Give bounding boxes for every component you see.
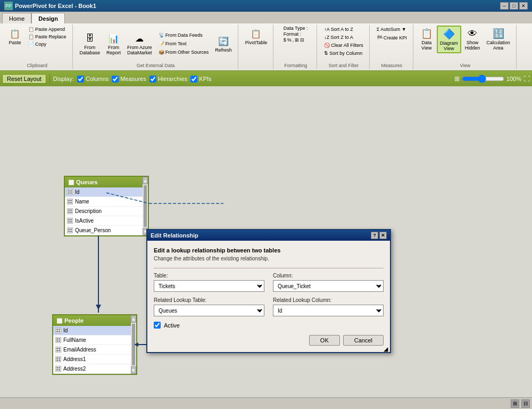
dialog-table-column-row: Table: Tickets Column: Queue_Ticket: [154, 273, 384, 292]
dialog-close-button[interactable]: ✕: [379, 232, 387, 239]
sort-z-to-a-button[interactable]: ↓Z Sort Z to A: [321, 34, 356, 41]
clear-all-filters-button[interactable]: 🚫 Clear All Filters: [321, 42, 366, 49]
clipboard-label: Clipboard: [27, 63, 48, 68]
toolbar-separator: [49, 73, 50, 84]
zoom-value: 100%: [506, 76, 521, 82]
dialog-related-column-field: Related Lookup Column: Id: [273, 297, 384, 316]
create-kpi-button[interactable]: 🏁 Create KPI: [374, 34, 410, 42]
from-text-button[interactable]: 📝 From Text: [156, 40, 212, 47]
column-select[interactable]: Queue_Ticket: [273, 280, 384, 292]
hierarchies-checkbox[interactable]: [149, 76, 156, 83]
display-label: Display:: [53, 76, 74, 82]
copy-button[interactable]: 📄Copy: [26, 40, 69, 48]
sort-column-icon: ⇅: [324, 51, 328, 56]
toolbar: Reset Layout Display: Columns Measures H…: [0, 71, 532, 86]
autosum-icon: Σ: [377, 27, 380, 32]
measures-checkbox-label[interactable]: Measures: [112, 76, 146, 83]
kpi-icon: 🏁: [377, 35, 383, 40]
columns-checkbox-label[interactable]: Columns: [77, 76, 109, 83]
zoom-slider[interactable]: [462, 75, 504, 83]
dialog-related-table-field: Related Lookup Table: Queues: [154, 297, 264, 316]
autosum-button[interactable]: Σ AutoSum ▼: [374, 26, 409, 33]
from-report-button[interactable]: 📊 FromReport: [104, 30, 123, 57]
from-database-button[interactable]: 🗄 FromDatabase: [77, 30, 103, 57]
from-data-feeds-button[interactable]: 📡 From Data Feeds: [156, 31, 212, 39]
from-azure-icon: ☁: [133, 32, 146, 45]
show-hidden-button[interactable]: 👁 ShowHidden: [462, 26, 483, 52]
paste-icon: 📋: [9, 27, 21, 40]
related-table-select-wrap: Queues: [154, 305, 264, 316]
app-window: PP PowerPivot for Excel - Book1 ─ □ ✕ Ho…: [0, 0, 532, 409]
from-database-icon: 🗄: [84, 32, 96, 45]
related-table-select[interactable]: Queues: [154, 305, 264, 316]
table-select[interactable]: Tickets: [154, 280, 264, 292]
restore-button[interactable]: □: [510, 2, 518, 10]
cancel-button[interactable]: Cancel: [343, 335, 384, 346]
active-label[interactable]: Active: [164, 322, 180, 329]
sort-asc-icon: ↑A: [324, 27, 330, 32]
ok-button[interactable]: OK: [309, 335, 340, 346]
from-other-sources-button[interactable]: 📦 From Other Sources: [156, 48, 212, 56]
ribbon: 📋 Paste 📋Paste Append 📋Paste Replace 📄Co…: [0, 23, 532, 71]
from-report-icon: 📊: [107, 32, 120, 45]
paste-button[interactable]: 📋 Paste: [5, 26, 24, 47]
paste-replace-button[interactable]: 📋Paste Replace: [26, 33, 69, 40]
ribbon-group-pivot: 📋 PivotTable: [239, 24, 274, 69]
measures-label: Measures: [381, 63, 402, 68]
dialog-subdescription: Change the attributes of the existing re…: [154, 256, 384, 261]
edit-relationship-dialog: Edit Relationship ? ✕ Edit a lookup rela…: [146, 229, 391, 353]
related-column-select[interactable]: Id: [273, 305, 384, 316]
hierarchies-label: Hierarchies: [158, 76, 188, 82]
other-sources-icon: 📦: [159, 50, 164, 55]
layout-icon[interactable]: ⊟: [521, 399, 530, 408]
diagram-view-icon: 🔷: [443, 28, 455, 40]
ribbon-group-measures: Σ AutoSum ▼ 🏁 Create KPI Measures: [371, 24, 413, 69]
reset-layout-button[interactable]: Reset Layout: [2, 74, 46, 84]
from-azure-button[interactable]: ☁ From AzureDataMarket: [124, 30, 155, 57]
refresh-button[interactable]: 🔄 Refresh: [212, 33, 235, 54]
kpis-checkbox[interactable]: [190, 76, 197, 83]
clear-filter-icon: 🚫: [324, 43, 330, 48]
tab-home[interactable]: Home: [2, 13, 31, 23]
sort-by-column-button[interactable]: ⇅ Sort by Column: [321, 50, 365, 57]
related-table-label: Related Lookup Table:: [154, 297, 264, 303]
dialog-table-field: Table: Tickets: [154, 273, 264, 292]
dialog-title-buttons: ? ✕: [371, 232, 387, 239]
data-view-icon: 📋: [420, 27, 433, 40]
view-label: View: [460, 63, 470, 68]
table-select-wrap: Tickets: [154, 280, 264, 292]
dialog-resize-handle[interactable]: ◢: [384, 346, 389, 351]
active-checkbox[interactable]: [154, 322, 161, 329]
close-button[interactable]: ✕: [519, 2, 528, 10]
column-label: Column:: [273, 273, 384, 279]
dialog-title: Edit Relationship: [151, 232, 198, 239]
data-view-button[interactable]: 📋 DataView: [418, 26, 436, 52]
measures-checkbox[interactable]: [112, 76, 119, 83]
dialog-description: Edit a lookup relationship between two t…: [154, 247, 384, 253]
hierarchies-checkbox-label[interactable]: Hierarchies: [149, 76, 188, 83]
related-column-label: Related Lookup Column:: [273, 297, 384, 303]
active-checkbox-row: Active: [154, 322, 384, 329]
sort-a-to-z-button[interactable]: ↑A Sort A to Z: [321, 26, 356, 33]
paste-append-button[interactable]: 📋Paste Append: [26, 26, 69, 33]
grid-view-icon[interactable]: ⊞: [511, 399, 519, 408]
show-hidden-icon: 👁: [466, 27, 479, 40]
related-column-select-wrap: Id: [273, 305, 384, 316]
status-bar: ⊞ ⊟: [0, 397, 532, 409]
tab-design[interactable]: Design: [31, 13, 65, 23]
columns-checkbox[interactable]: [77, 76, 84, 83]
pivot-table-button[interactable]: 📋 PivotTable: [243, 26, 270, 47]
dialog-overlay: Edit Relationship ? ✕ Edit a lookup rela…: [0, 86, 532, 397]
dialog-footer: OK Cancel: [154, 335, 384, 346]
minimize-button[interactable]: ─: [500, 2, 509, 10]
title-bar-left: PP PowerPivot for Excel - Book1: [4, 2, 96, 10]
external-data-label: Get External Data: [137, 63, 175, 68]
table-label: Table:: [154, 273, 264, 279]
dialog-help-button[interactable]: ?: [371, 232, 378, 239]
calculation-area-button[interactable]: 🔢 CalculationArea: [484, 26, 513, 52]
diagram-view-button[interactable]: 🔷 DiagramView: [437, 26, 461, 53]
kpis-checkbox-label[interactable]: KPIs: [190, 76, 211, 83]
app-title: PowerPivot for Excel - Book1: [15, 3, 96, 9]
calc-area-icon: 🔢: [492, 27, 505, 40]
dialog-divider: [154, 268, 384, 268]
